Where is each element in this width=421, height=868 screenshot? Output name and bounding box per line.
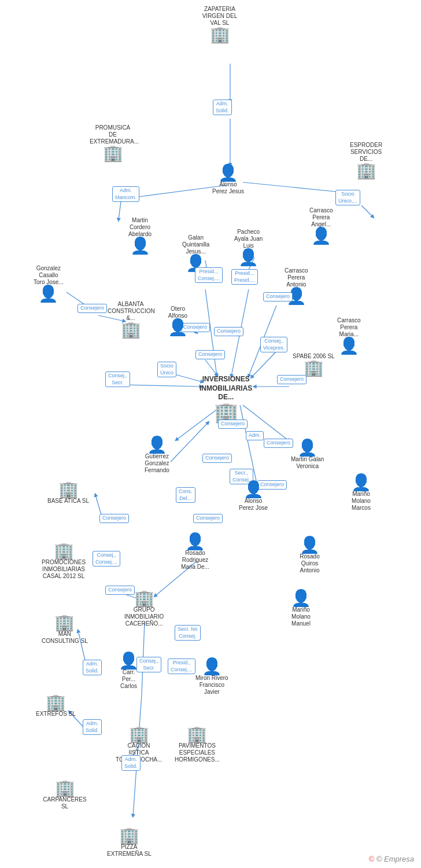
node-carpanceres: 🏢 CARPANCERES SL [42,780,88,810]
building-icon-extrefos: 🏢 [46,694,66,711]
badge-consej-consej[interactable]: Consej.,Consej.... [93,551,120,567]
node-zapateria: ZAPATERIA VIRGEN DEL VAL SL 🏢 [197,6,243,43]
node-gonzalez: GonzalezCasalloToro Jose... 👤 [34,265,64,302]
badge-cons-del[interactable]: Cons.Del... [176,487,195,503]
badge-presid-pacheco[interactable]: Presid..,Presid.... [231,269,258,285]
badge-adm-solid-man[interactable]: Adm.Solid. [83,660,102,675]
badge-consejero-spabe[interactable]: Consejero [277,375,306,384]
person-icon-carrasco-angel: 👤 [311,228,331,244]
building-icon-base-atica: 🏢 [58,481,79,498]
node-martin-cordero: MartinCorderoAbelardo 👤 [128,217,152,254]
node-marino-marcos: 👤 MariñoMolanoMarcos [351,475,371,512]
node-albanta: ALBANTACONSTRUCCION&... 🏢 [108,301,154,338]
badge-adm-inv[interactable]: Adm. [246,431,264,440]
node-esproder: ESPRODERSERVICIOSDE... 🏢 [350,142,382,179]
badge-presid-consej2[interactable]: Presid.,Consej.... [168,659,195,674]
node-promusica: PROMUSICADEEXTREMADURA... 🏢 [90,124,136,161]
building-icon-spabe: 🏢 [304,360,324,376]
svg-line-4 [243,182,347,193]
graph-container: ZAPATERIA VIRGEN DEL VAL SL 🏢 PROMUSICAD… [0,0,421,868]
svg-line-17 [252,350,278,377]
svg-line-16 [124,385,201,387]
svg-line-19 [205,360,217,375]
person-icon-pacheco: 👤 [238,249,258,266]
node-carr-carlos: 👤 Carr.Per...Carlos [119,653,139,690]
badge-consejero-carrasco[interactable]: Consejero [263,292,293,301]
person-icon-miron: 👤 [202,659,222,675]
node-alonso-jesus: 👤 AlonsoPerez Jesus [212,165,244,195]
building-icon-pavimentos: 🏢 [187,726,207,742]
badge-consejero5[interactable]: Consejero [264,439,293,448]
building-icon-grupo: 🏢 [134,590,154,606]
person-icon-marino-manuel: 👤 [291,590,311,606]
badge-consejero3[interactable]: Consejero [195,350,225,359]
badge-socio-unico[interactable]: SocioÚnico [157,362,176,377]
building-icon-zapateria: 🏢 [210,27,230,43]
person-icon-alonso-jose: 👤 [243,481,264,498]
node-extrefos: 🏢 EXTREFOS SL [36,694,76,718]
node-carrasco-angel: CarrascoPereraAngel... 👤 [309,207,333,244]
person-icon-gutierrez: 👤 [147,437,167,453]
node-rosado-antonio: 👤 RosadoQuirosAntonio [300,537,320,574]
node-carrasco-maria: CarrascoPereraMaria... 👤 [337,317,361,354]
badge-consej-vicepres[interactable]: Consej.,Vicepres. [260,337,287,352]
node-martin-veronica: 👤 Martin GalanVeronica [291,440,324,470]
badge-consejero-center[interactable]: Consejero [214,327,243,336]
badge-socio-unico-esproder[interactable]: SocioÚnico,... [335,190,360,205]
badge-secr-no-consej[interactable]: Secr. NoConsej. [175,625,201,641]
watermark-text: © Empresa [376,855,414,863]
node-base-atica: 🏢 BASE ATICA SL [47,481,89,505]
building-icon-cacion: 🏢 [129,726,149,742]
node-marino-manuel: 👤 MariñoMolanoManuel [291,590,311,627]
person-icon-alonso-jesus: 👤 [218,165,238,181]
node-pacheco: PachecoAyala JuanLuis 👤 [234,229,263,266]
node-alonso-jose: 👤 AlonsoPerez Jose [239,481,268,512]
person-icon-rosado-maria: 👤 [185,534,205,550]
building-icon-promusica: 🏢 [103,145,123,161]
building-icon-carpanceres: 🏢 [55,780,75,796]
node-man-consulting: 🏢 MANCONSULTING SL [42,615,88,645]
person-icon-rosado-antonio: 👤 [300,537,320,553]
badge-consej-secr-albanta[interactable]: Consej.,Secr. [105,372,130,387]
node-pizza: 🏢 PIZZAEXTREMEÑA SL [107,827,152,858]
node-miron: 👤 Miron RiveroFranciscoJavier [195,659,228,696]
node-otero: OteroAlfonso 👤 [168,306,188,336]
badge-consejero8[interactable]: Consejero [193,514,223,523]
building-icon-man: 🏢 [54,615,75,631]
badge-consejero-gonzalez[interactable]: Consejero [77,304,107,313]
badge-adm-mancom[interactable]: Adm.Mancom. [112,186,139,202]
building-icon-esproder: 🏢 [356,163,376,179]
person-icon-carrasco-maria: 👤 [339,338,359,354]
person-icon-gonzalez: 👤 [38,286,58,302]
badge-consejero-base[interactable]: Consejero [99,514,129,523]
node-gutierrez: 👤 GutierrezGonzalezFernando [145,437,169,474]
person-icon-marino-marcos: 👤 [351,475,371,491]
badge-consej-secr[interactable]: Consej.,Secr. [136,657,161,672]
building-icon-albanta: 🏢 [121,322,141,338]
node-pavimentos: 🏢 PAVIMENTOSESPECIALESHORMIGONES... [175,726,220,763]
watermark: © © Empresa [369,855,414,863]
badge-presid-galan[interactable]: Presid..,Consej.... [195,267,223,283]
svg-line-5 [361,205,373,217]
node-grupo: 🏢 GRUPOINMOBILIARIOCACEREÑO... [124,590,164,627]
badge-adm-solid-ext[interactable]: Adm.Solid. [83,719,102,735]
node-rosado-maria: 👤 RosadoRodriguezMaria De... [181,534,209,571]
badge-consejero6[interactable]: Consejero [202,454,232,463]
person-icon-carr-carlos: 👤 [119,653,139,669]
watermark-symbol: © [369,855,375,863]
node-galan: GalanQuintanillaJesus... 👤 [182,234,209,271]
building-icon-promociones: 🏢 [54,543,74,559]
badge-consejero4[interactable]: Consejero [218,420,248,429]
node-inversiones: INVERSIONESINMOBILIARIASDE... 🏢 [200,375,252,422]
badge-adm-solid-cacion[interactable]: Adm.Solid. [121,755,141,771]
building-icon-inversiones: 🏢 [214,402,238,422]
person-icon-martin-veronica: 👤 [297,440,317,456]
person-icon-otero: 👤 [168,319,188,336]
building-icon-pizza: 🏢 [119,827,139,844]
node-promociones: 🏢 PROMOCIONESINMOBILIARIASCASAL 2012 SL [42,543,86,580]
badge-adm-solid-top[interactable]: Adm.Solid. [213,100,232,115]
person-icon-martin: 👤 [130,238,150,254]
node-spabe: SPABE 2006 SL 🏢 [293,353,335,376]
